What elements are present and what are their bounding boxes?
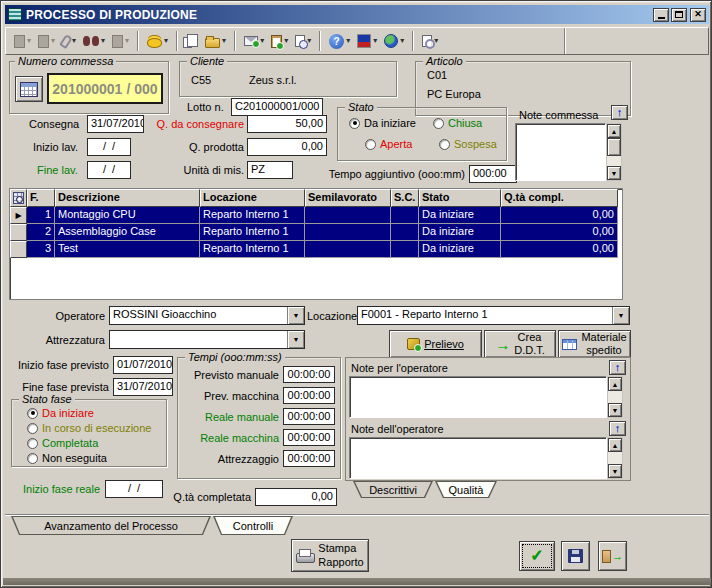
minimize-icon [658,17,665,19]
new-clipboard-button[interactable]: ▾ [269,29,290,53]
note-commessa-scrollbar[interactable]: ▲ ▼ [606,123,622,181]
prelievo-button[interactable]: Prelievo [389,330,482,358]
crea-ddt-button[interactable]: → CreaD.D.T. [484,330,556,358]
scroll-down-button[interactable]: ▼ [608,464,622,478]
toolbar-separator [137,31,139,51]
articolo-name: PC Europa [427,88,481,100]
grid-header-descrizione[interactable]: Descrizione [55,189,200,207]
table-row[interactable]: 2 Assemblaggio Case Reparto Interno 1 Da… [10,224,622,241]
fine-fase-prevista-field[interactable]: 31/07/2010 [113,378,173,396]
previsto-manuale-field[interactable]: 00:00:00 [283,366,335,383]
attachments-button[interactable]: ▾ [60,29,78,53]
app-icon[interactable] [8,8,22,21]
search-button[interactable]: ▾ [81,29,107,53]
radio-fase-in-corso[interactable]: In corso di esecuzione [27,422,151,434]
inizio-fase-previsto-field[interactable]: 01/07/2010 [113,356,173,374]
tab-descrittivi[interactable]: Descrittivi [353,481,433,498]
materiale-spedito-button[interactable]: Materialespedito [558,330,631,358]
reale-manuale-field[interactable]: 00:00:00 [283,408,335,425]
inizio-lav-field[interactable]: / / [87,138,131,156]
row-selector[interactable]: ▶ [10,207,27,224]
fine-fase-prevista-label: Fine fase prevista [15,381,109,393]
note-commessa-expand-button[interactable]: ↑ [611,105,628,120]
note-dell-operatore-scrollbar[interactable]: ▲ ▼ [607,437,623,479]
grid-header-locazione[interactable]: Locazione [200,189,305,207]
record-actions-button[interactable]: ▾ [110,29,131,53]
open-record-button[interactable]: ▾ [36,29,57,53]
note-per-operatore-expand-button[interactable]: ↑ [609,360,626,375]
chevron-down-icon[interactable]: ▼ [287,307,304,324]
stato-label: Stato [345,101,377,113]
close-button[interactable]: ✕ [690,8,706,22]
database-button[interactable]: ▾ [145,29,170,53]
q-prodotta-field[interactable]: 0,00 [247,138,327,156]
commessa-number-field[interactable]: 201000001/000 [47,73,163,104]
radio-stato-da-iniziare[interactable]: Da iniziare [349,117,416,129]
operatore-combo[interactable]: ROSSINI Gioacchino ▼ [109,306,305,325]
scroll-up-button[interactable]: ▲ [608,377,622,391]
save-button[interactable] [561,541,590,571]
tempo-aggiuntivo-field[interactable]: 000:00 [469,165,517,183]
copy-button[interactable]: ▾ [184,29,200,53]
scroll-up-button[interactable]: ▲ [608,438,622,452]
exit-button[interactable]: → [598,541,627,571]
chevron-down-icon[interactable]: ▼ [612,307,629,324]
locazione-combo[interactable]: F0001 - Reparto Interno 1 ▼ [357,306,630,325]
print-preview-button[interactable]: ▾ [420,29,440,53]
grid-header-stato[interactable]: Stato [419,189,501,207]
report-time-button[interactable]: ▾ [293,29,313,53]
row-selector[interactable] [10,224,27,241]
row-selector[interactable] [10,241,27,258]
tab-controlli[interactable]: Controlli [213,516,293,535]
globe-button[interactable]: ▾ [382,29,406,53]
note-dell-operatore-textarea[interactable] [349,437,607,479]
cliente-code: C55 [191,74,211,86]
chevron-down-icon[interactable]: ▼ [287,331,304,348]
flag-button[interactable]: ▾ [355,29,379,53]
minimize-button[interactable] [653,8,669,22]
note-per-operatore-textarea[interactable] [349,376,607,418]
scroll-down-button[interactable]: ▼ [608,403,622,417]
scroll-down-button[interactable]: ▼ [607,166,621,180]
table-row[interactable]: 3 Test Reparto Interno 1 Da iniziare 0,0… [10,241,622,258]
note-commessa-textarea[interactable] [515,123,606,181]
commessa-lookup-button[interactable] [15,76,43,102]
grid-header-semilavorato[interactable]: Semilavorato [305,189,391,207]
qta-completata-field[interactable]: 0,00 [255,488,337,506]
open-folder-button[interactable]: ▾ [203,29,228,53]
radio-stato-aperta[interactable]: Aperta [365,138,412,150]
scroll-up-button[interactable]: ▲ [607,124,621,138]
help-button[interactable]: ?▾ [327,29,352,53]
scroll-thumb[interactable] [607,138,621,156]
radio-stato-chiusa[interactable]: Chiusa [433,117,482,129]
grid-header-f[interactable]: F. [27,189,55,207]
q-da-consegnare-field[interactable]: 50,00 [247,115,327,133]
radio-fase-non-eseguita[interactable]: Non eseguita [27,452,107,464]
radio-fase-completata[interactable]: Completata [27,437,98,449]
table-row[interactable]: ▶ 1 Montaggio CPU Reparto Interno 1 Da i… [10,207,622,224]
inizio-fase-previsto-label: Inizio fase previsto [15,359,109,371]
reale-macchina-field[interactable]: 00:00:00 [283,429,335,446]
prev-macchina-field[interactable]: 00:00:00 [283,387,335,404]
grid-corner-button[interactable] [10,189,27,207]
grid-header-qta[interactable]: Q.tà compl. [501,189,618,207]
note-per-operatore-scrollbar[interactable]: ▲ ▼ [607,376,623,418]
new-document-button[interactable]: ▾ [12,29,33,53]
consegna-field[interactable]: 31/07/2010 [87,115,144,133]
confirm-button[interactable]: ✓ [519,541,555,571]
inizio-fase-reale-field[interactable]: / / [105,480,163,498]
lotto-field[interactable]: C201000001/000 [231,98,323,116]
tab-avanzamento-del-processo[interactable]: Avanzamento del Processo [11,516,211,535]
attrezzaggio-field[interactable]: 00:00:00 [283,450,335,467]
unita-mis-field[interactable]: PZ [247,161,293,179]
radio-stato-sospesa[interactable]: Sospesa [439,138,497,150]
note-dell-operatore-expand-button[interactable]: ↑ [609,421,626,436]
grid-header-sc[interactable]: S.C. [391,189,419,207]
maximize-button[interactable] [671,8,687,22]
fine-lav-field[interactable]: / / [87,161,131,179]
stampa-rapporto-button[interactable]: StampaRapporto [291,539,369,572]
radio-fase-da-iniziare[interactable]: Da iniziare [27,407,94,419]
new-mail-button[interactable]: ▾ [242,29,266,53]
tab-qualita[interactable]: Qualità [435,481,497,498]
attrezzatura-combo[interactable]: ▼ [109,330,305,349]
